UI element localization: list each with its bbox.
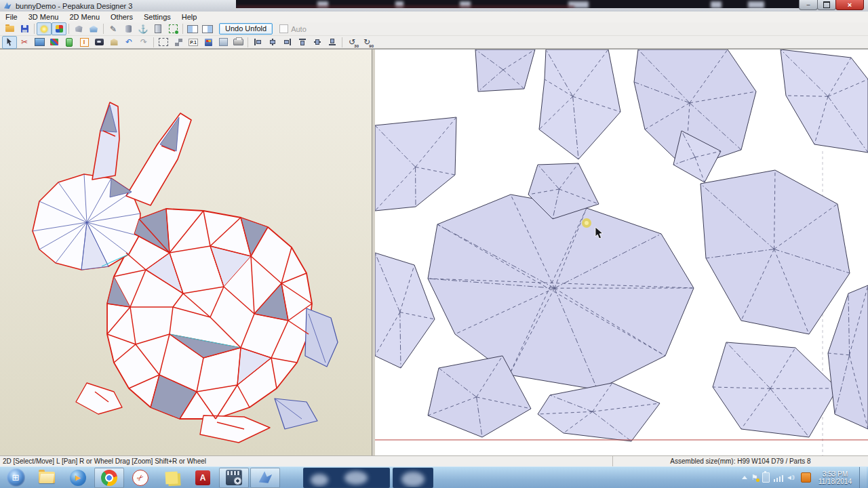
layout-right-pane-button[interactable] <box>200 22 215 35</box>
windows-taskbar: ⊞▶✂A ⚑ 3:53 PM 11/18/2014 <box>0 466 868 488</box>
align-bottom-button-icon <box>328 38 336 46</box>
view-3d-canvas[interactable] <box>0 49 372 456</box>
taskbar-window-preview-1[interactable] <box>303 468 390 488</box>
toolbar-separator <box>153 37 154 47</box>
tray-network[interactable] <box>774 474 783 482</box>
text-annotation-tool[interactable]: I <box>77 36 92 49</box>
auto-checkbox[interactable]: Auto <box>279 24 307 33</box>
align-left-button[interactable] <box>250 36 265 49</box>
menu-others[interactable]: Others <box>105 12 138 22</box>
texture-view-toggle[interactable] <box>52 22 66 35</box>
menu-settings[interactable]: Settings <box>138 12 176 22</box>
light-toggle-button[interactable] <box>37 22 52 35</box>
anchor-tool-button[interactable]: ⚓ <box>136 22 151 35</box>
tray-action-center[interactable]: ⚑ <box>751 473 758 482</box>
tray-show-hidden-icons[interactable] <box>742 476 747 479</box>
material-tool[interactable] <box>62 36 77 49</box>
cylinder-tool-button[interactable] <box>121 22 136 35</box>
print-tool[interactable] <box>231 36 245 49</box>
menu-3d-menu[interactable]: 3D Menu <box>23 12 64 22</box>
rotate-right-90-button[interactable]: ↻90 <box>359 36 374 49</box>
select-move-tool[interactable] <box>2 36 17 49</box>
pattern-piece[interactable] <box>713 342 837 437</box>
pattern-piece[interactable] <box>375 253 435 368</box>
toolbar-separator <box>342 37 342 47</box>
align-left-button-icon <box>254 38 262 46</box>
pattern-piece[interactable] <box>538 383 660 441</box>
view-2d-canvas[interactable] <box>375 49 868 456</box>
taskbar-clock[interactable]: 3:53 PM 11/18/2014 <box>814 470 856 485</box>
align-middle-button[interactable] <box>310 36 325 49</box>
clock-date: 11/18/2014 <box>818 478 852 485</box>
align-top-button-icon <box>298 38 307 46</box>
tray-volume[interactable] <box>787 474 797 482</box>
align-bottom-button[interactable] <box>325 36 340 49</box>
page-setup-tool[interactable]: P.1 <box>186 36 201 49</box>
minimize-button[interactable]: – <box>799 0 818 10</box>
light-toggle-button-icon <box>41 26 47 33</box>
layout-left-pane-button[interactable] <box>185 22 200 35</box>
edit-pen-button[interactable]: ✎ <box>106 22 121 35</box>
export-tool[interactable] <box>216 36 231 49</box>
rotate-model-button[interactable] <box>71 22 86 35</box>
taskbar-media-player[interactable]: ▶ <box>63 468 93 488</box>
taskbar-explorer-icon <box>39 472 55 483</box>
edit-flaps-tool[interactable]: ✂ <box>17 36 32 49</box>
check-overlap-tool[interactable] <box>171 36 186 49</box>
save-parts-tool-icon <box>205 39 212 46</box>
taskbar-explorer[interactable] <box>32 468 62 488</box>
taskbar-window-preview-2[interactable] <box>393 468 433 488</box>
clock-time: 3:53 PM <box>818 470 852 478</box>
anchor-tool-button-icon: ⚓ <box>138 25 149 33</box>
edit-flaps-tool-icon: ✂ <box>21 38 28 46</box>
align-middle-button-icon <box>313 38 321 46</box>
color-pencils-tool-icon <box>50 39 58 45</box>
close-button[interactable]: × <box>835 0 864 10</box>
taskbar-snipping-tool[interactable]: ✂ <box>125 468 155 488</box>
tray-app-orange[interactable] <box>801 472 811 483</box>
taskbar-adobe-reader[interactable]: A <box>188 468 218 488</box>
redo-button[interactable]: ↷ <box>136 36 151 49</box>
texture-window-tool[interactable] <box>32 36 47 49</box>
select-parts-button[interactable] <box>165 22 180 35</box>
align-center-button-icon <box>269 38 277 46</box>
save-button[interactable] <box>17 22 32 35</box>
taskbar-movie-app[interactable] <box>219 468 249 488</box>
align-center-button[interactable] <box>265 36 280 49</box>
select-rect-tool[interactable] <box>156 36 171 49</box>
panel-tool-button[interactable] <box>151 22 165 35</box>
background-video-strip <box>236 0 800 8</box>
rotate-left-30-button[interactable]: ↺30 <box>344 36 359 49</box>
open-box-view-button[interactable] <box>86 22 101 35</box>
start-button[interactable]: ⊞ <box>1 468 31 488</box>
select-rect-tool-icon <box>159 38 168 46</box>
box-unfold-tool-icon <box>111 39 118 45</box>
align-right-button[interactable] <box>280 36 295 49</box>
taskbar-sticky-notes[interactable] <box>157 468 186 488</box>
pepakura-window: bunnyDemo - Pepakura Designer 3 – × File… <box>0 0 868 488</box>
menu-help[interactable]: Help <box>176 12 203 22</box>
show-desktop-button[interactable] <box>859 467 867 488</box>
pattern-piece[interactable] <box>781 49 868 152</box>
layout-right-pane-button-icon <box>202 25 213 33</box>
pattern-piece[interactable] <box>539 49 620 159</box>
open-file-button[interactable] <box>2 22 17 35</box>
menu-2d-menu[interactable]: 2D Menu <box>64 12 105 22</box>
taskbar-pepakura[interactable] <box>250 468 280 488</box>
image-annotation-tool[interactable] <box>92 36 106 49</box>
redo-button-icon: ↷ <box>140 38 147 46</box>
auto-checkbox-box[interactable] <box>279 24 288 33</box>
rotate-right-90-button-angle: 90 <box>369 44 374 48</box>
menu-file[interactable]: File <box>0 12 23 22</box>
maximize-button[interactable] <box>817 0 836 10</box>
box-unfold-tool[interactable] <box>106 36 121 49</box>
title-bar[interactable]: bunnyDemo - Pepakura Designer 3 – × <box>0 0 868 12</box>
tray-battery[interactable] <box>762 472 770 483</box>
save-parts-tool[interactable] <box>201 36 216 49</box>
taskbar-sticky-notes-icon <box>165 471 178 484</box>
taskbar-chrome[interactable] <box>94 468 124 488</box>
color-pencils-tool[interactable] <box>47 36 62 49</box>
undo-unfold-button[interactable]: Undo Unfold <box>219 23 273 35</box>
undo-button[interactable]: ↶ <box>121 36 136 49</box>
align-top-button[interactable] <box>295 36 310 49</box>
